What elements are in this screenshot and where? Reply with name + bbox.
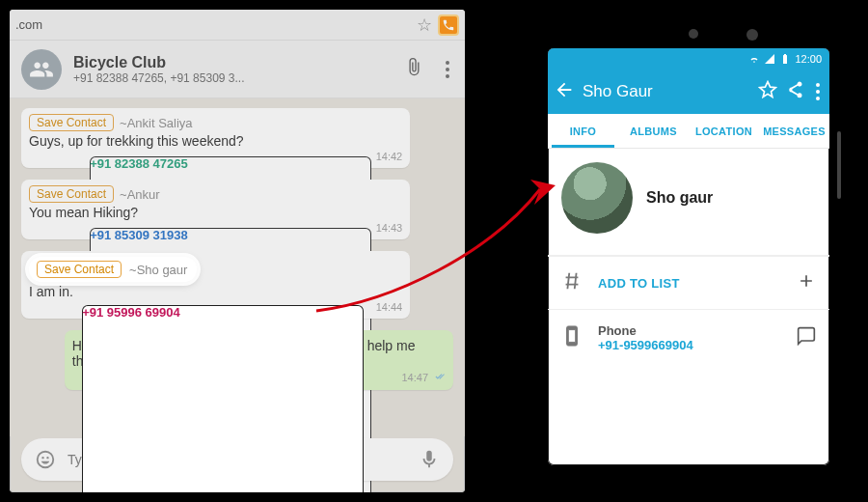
emoji-icon[interactable] <box>35 449 56 470</box>
chat-subtitle: +91 82388 47265, +91 85309 3... <box>73 71 314 85</box>
phone-side-notch-icon <box>837 131 841 199</box>
favorite-star-icon[interactable] <box>758 80 777 103</box>
save-contact-button[interactable]: Save Contact <box>37 261 122 278</box>
phone-row-value: +91-9599669904 <box>598 338 781 352</box>
back-button[interactable] <box>554 79 575 104</box>
phone-device-icon <box>561 325 583 350</box>
status-bar: 12:00 <box>548 48 829 70</box>
chat-title: Bicycle Club <box>73 54 386 71</box>
sender-nickname: ~Sho gaur <box>129 263 187 277</box>
status-time: 12:00 <box>795 53 822 65</box>
sender-nickname: ~Ankur <box>120 187 160 202</box>
message-time: 14:43 <box>376 222 403 234</box>
message-icon[interactable] <box>797 326 816 349</box>
phone-number-row[interactable]: Phone +91-9599669904 <box>548 309 829 366</box>
message-bubble[interactable]: +91 85309 31938 Save Contact ~Ankur You … <box>21 180 410 239</box>
url-fragment: .com <box>15 17 411 32</box>
app-bar-title: Sho Gaur <box>583 82 750 101</box>
phone-mockup: 12:00 Sho Gaur INFO ALBUMS LOCATION MESS… <box>548 48 829 465</box>
profile-name: Sho gaur <box>646 189 713 207</box>
save-contact-button[interactable]: Save Contact <box>29 185 114 203</box>
tab-info[interactable]: INFO <box>548 114 618 148</box>
attach-icon[interactable] <box>403 57 424 82</box>
tab-location[interactable]: LOCATION <box>689 114 759 148</box>
group-avatar-icon[interactable] <box>21 49 62 90</box>
message-time: 14:42 <box>376 151 403 162</box>
signal-icon <box>764 53 775 65</box>
sender-phone[interactable]: +91 95996 69904 <box>82 305 364 492</box>
menu-kebab-icon[interactable] <box>812 83 824 100</box>
plus-icon[interactable] <box>797 271 816 294</box>
message-text: Guys, up for trekking this weekend? <box>29 133 402 149</box>
message-time: 14:47 <box>401 372 428 383</box>
phone-row-label: Phone <box>598 323 781 338</box>
chat-header: Bicycle Club +91 82388 47265, +91 85309 … <box>10 41 465 98</box>
bookmark-star-icon[interactable]: ☆ <box>417 14 432 36</box>
message-time: 14:44 <box>376 301 403 313</box>
sender-nickname: ~Ankit Saliya <box>120 116 193 130</box>
hash-icon <box>561 270 583 295</box>
browser-address-bar: .com ☆ <box>10 10 465 41</box>
chat-header-meta[interactable]: Bicycle Club +91 82388 47265, +91 85309 … <box>73 54 386 85</box>
add-to-list-row[interactable]: ADD TO LIST <box>548 256 829 309</box>
wifi-icon <box>748 53 760 65</box>
camera-dot-icon <box>689 29 698 39</box>
mic-icon[interactable] <box>419 449 440 470</box>
message-text: I am in. <box>29 284 402 299</box>
battery-icon <box>779 53 791 65</box>
tab-albums[interactable]: ALBUMS <box>618 114 689 148</box>
phone-hardware-dots <box>689 29 758 41</box>
message-bubble[interactable]: +91 95996 69904 Save Contact ~Sho gaur I… <box>21 251 410 319</box>
highlighted-sender-row: +91 95996 69904 Save Contact ~Sho gaur <box>29 257 402 282</box>
profile-avatar[interactable] <box>561 162 633 234</box>
chat-window: .com ☆ Bicycle Club +91 82388 47265, +91… <box>10 10 465 492</box>
app-bar: Sho Gaur <box>548 70 829 114</box>
chat-body[interactable]: +91 82388 47265 Save Contact ~Ankit Sali… <box>10 98 465 436</box>
share-icon[interactable] <box>785 80 804 103</box>
tabs: INFO ALBUMS LOCATION MESSAGES <box>548 114 829 149</box>
message-bubble[interactable]: +91 82388 47265 Save Contact ~Ankit Sali… <box>21 108 410 168</box>
call-badge-icon[interactable] <box>438 14 459 36</box>
tab-messages[interactable]: MESSAGES <box>759 114 829 148</box>
add-to-list-label: ADD TO LIST <box>598 276 781 291</box>
message-text: You mean Hiking? <box>29 205 402 220</box>
menu-kebab-icon[interactable] <box>442 57 453 82</box>
save-contact-button[interactable]: Save Contact <box>29 114 114 131</box>
camera-dot-icon <box>746 29 758 41</box>
profile-row: Sho gaur <box>548 149 829 256</box>
read-receipt-icon <box>432 371 446 384</box>
